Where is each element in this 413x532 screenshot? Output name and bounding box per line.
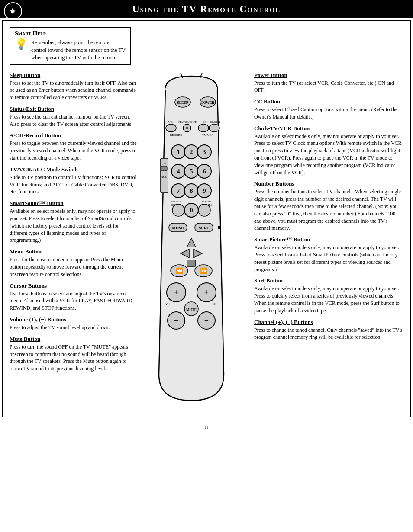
svg-text:⏸: ⏸	[216, 225, 221, 230]
svg-text:POWER: POWER	[201, 101, 214, 105]
svg-text:0: 0	[190, 207, 193, 214]
bulb-icon: 💡	[15, 39, 28, 49]
svg-text:⚜: ⚜	[9, 7, 17, 16]
svg-text:RECORD: RECORD	[170, 133, 182, 137]
svg-text:⏩: ⏩	[200, 267, 208, 275]
menu-button-title: Menu Button	[10, 248, 137, 255]
ach-record-body: Press to toggle between the currently vi…	[10, 140, 137, 161]
number-buttons-title: Number Buttons	[254, 180, 403, 187]
svg-point-18	[166, 124, 176, 132]
volume-buttons-body: Press to adjust the TV sound level up an…	[10, 324, 137, 331]
svg-text:SLEEP: SLEEP	[177, 101, 188, 105]
channel-buttons-section: Channel (+), (−) Buttons Press to change…	[254, 319, 403, 341]
clock-tvvcr-title: Clock-TV/VCR Button	[254, 125, 403, 132]
number-buttons-section: Number Buttons Press the number buttons …	[254, 180, 403, 232]
smart-help-box: Smart Help 💡 Remember, always point the …	[10, 27, 131, 65]
sleep-button-section: Sleep Button Press to set the TV to auto…	[10, 72, 137, 101]
svg-text:CC: CC	[202, 120, 206, 124]
surf-button-section: Surf Button Available on select models o…	[254, 277, 403, 314]
menu-button-body: Press for the onscreen menu to appear. P…	[10, 256, 137, 278]
smartsound-body: Available on select models only, may not…	[10, 208, 137, 244]
channel-buttons-title: Channel (+), (−) Buttons	[254, 319, 403, 326]
svg-text:3: 3	[203, 149, 206, 155]
svg-text:4: 4	[177, 168, 180, 175]
svg-text:CLOCK: CLOCK	[210, 120, 220, 124]
status-exit-title: Status/Exit Button	[10, 106, 137, 112]
right-column: Power Button Press to turn the TV (or se…	[252, 72, 403, 411]
svg-text:7: 7	[177, 188, 180, 194]
smart-help-text: Remember, always point the remote contro…	[31, 39, 126, 62]
ach-record-title: A/CH-Record Button	[10, 132, 137, 139]
cc-button-section: CC Button Press to select Closed Caption…	[254, 98, 403, 121]
left-column: Sleep Button Press to set the TV to auto…	[10, 72, 139, 411]
svg-text:6: 6	[203, 168, 206, 175]
svg-text:+: +	[174, 288, 178, 297]
channel-buttons-body: Press to change the tuned channel. Only …	[254, 327, 403, 341]
svg-rect-59	[187, 260, 196, 266]
smartpicture-title: SmartPicture™ Button	[254, 236, 403, 243]
tvvcracc-body: Slide to TV position to control TV funct…	[10, 174, 137, 195]
main-content: Smart Help 💡 Remember, always point the …	[5, 23, 408, 414]
svg-point-21	[198, 124, 209, 132]
svg-text:−: −	[204, 316, 209, 325]
svg-text:TV: TV	[162, 162, 166, 166]
mute-button-body: Press to turn the sound OFF on the TV. "…	[10, 343, 137, 372]
page-number: 8	[0, 420, 413, 435]
svg-text:+: +	[204, 288, 209, 297]
remote-svg: TV VCR ACC SLEEP POWER A/CH STATUS/EXIT	[144, 72, 239, 409]
three-col-layout: Sleep Button Press to set the TV to auto…	[10, 72, 403, 411]
smartpicture-body: Available on select models only, may not…	[254, 244, 403, 273]
tvvcracc-section: TV/VCR/ACC Mode Switch Slide to TV posit…	[10, 166, 137, 195]
center-column: TV VCR ACC SLEEP POWER A/CH STATUS/EXIT	[139, 72, 252, 411]
svg-text:MUTE: MUTE	[186, 308, 197, 312]
status-exit-section: Status/Exit Button Press to see the curr…	[10, 106, 137, 128]
mute-button-section: Mute Button Press to turn the sound OFF …	[10, 336, 137, 372]
header-logo-icon: ⚜	[3, 2, 23, 23]
svg-text:TV/VCR: TV/VCR	[202, 133, 213, 137]
cursor-buttons-section: Cursor Buttons Use these buttons to sele…	[10, 282, 137, 312]
power-button-body: Press to turn the TV (or select VCR, Cab…	[254, 80, 403, 94]
svg-text:SMART: SMART	[202, 200, 211, 203]
svg-text:VOL: VOL	[165, 302, 173, 306]
mute-button-title: Mute Button	[10, 336, 137, 343]
clock-tvvcr-section: Clock-TV/VCR Button Available on select …	[254, 125, 403, 176]
status-exit-body: Press to see the current channel number …	[10, 113, 137, 128]
svg-text:1: 1	[177, 149, 180, 155]
smartsound-section: SmartSound™ Button Available on select m…	[10, 200, 137, 244]
number-buttons-body: Press the number buttons to select TV ch…	[254, 188, 403, 232]
smart-help-body: 💡 Remember, always point the remote cont…	[15, 39, 126, 62]
sleep-button-title: Sleep Button	[10, 72, 137, 79]
svg-point-2	[165, 80, 217, 98]
surf-button-body: Available on select models only, may not…	[254, 285, 403, 314]
svg-rect-9	[161, 166, 167, 170]
header-title: Using the TV Remote Control	[132, 3, 281, 15]
page-header: ⚜ Using the TV Remote Control	[0, 0, 413, 18]
svg-text:9: 9	[203, 188, 206, 194]
svg-text:CH: CH	[211, 302, 216, 306]
cc-button-title: CC Button	[254, 98, 403, 105]
remote-control-image: TV VCR ACC SLEEP POWER A/CH STATUS/EXIT	[144, 72, 248, 411]
power-button-title: Power Button	[254, 72, 403, 79]
volume-buttons-section: Volume (+), (−) Buttons Press to adjust …	[10, 316, 137, 331]
svg-text:−: −	[174, 316, 178, 325]
menu-button-section: Menu Button Press for the onscreen menu …	[10, 248, 137, 278]
svg-text:A/CH: A/CH	[168, 120, 175, 124]
sleep-button-body: Press to set the TV to automatically tur…	[10, 80, 137, 101]
cc-button-body: Press to select Closed Caption options w…	[254, 106, 403, 121]
svg-point-22	[209, 124, 219, 132]
svg-text:SMART: SMART	[171, 200, 181, 203]
smart-help-title: Smart Help	[15, 30, 126, 37]
svg-point-47	[172, 204, 184, 216]
clock-tvvcr-body: Available on select models only, may not…	[254, 133, 403, 176]
svg-text:SURF: SURF	[199, 226, 209, 230]
svg-point-20	[186, 127, 188, 129]
svg-text:STATUS/EXIT: STATUS/EXIT	[178, 120, 197, 124]
smartpicture-section: SmartPicture™ Button Available on select…	[254, 236, 403, 273]
ach-record-section: A/CH-Record Button Press to toggle betwe…	[10, 132, 137, 161]
smart-help-label: Smart Help	[15, 30, 46, 37]
svg-text:2: 2	[190, 149, 193, 155]
svg-point-50	[198, 204, 210, 216]
power-button-section: Power Button Press to turn the TV (or se…	[254, 72, 403, 94]
cursor-buttons-body: Use these buttons to select and adjust t…	[10, 290, 137, 312]
svg-text:ACC: ACC	[161, 175, 168, 179]
